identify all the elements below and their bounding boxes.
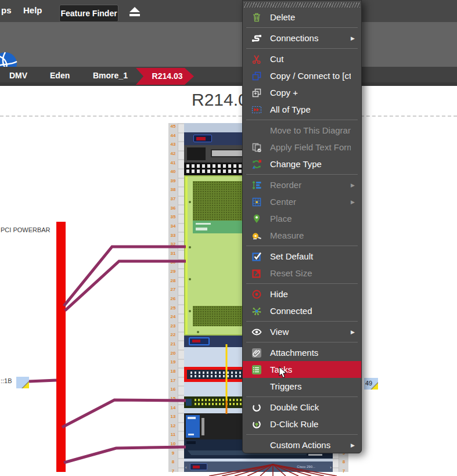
rack-unit-number: 39	[168, 178, 178, 183]
menu-item-label: Connections	[265, 33, 351, 43]
power-cable-line[interactable]	[65, 261, 186, 311]
rack-unit-number: 30	[168, 259, 178, 265]
menu-item-label: View	[265, 327, 351, 337]
top-menubar: ps Help Feature Finder	[0, 0, 457, 22]
trash-icon	[249, 12, 265, 23]
context-menu-item-set-default[interactable]: Set Default	[243, 248, 361, 265]
menubar-item-help[interactable]: Help	[23, 5, 42, 15]
context-menu-item-change-type[interactable]: Change Type	[243, 156, 361, 172]
context-menu-item-tasks[interactable]: Tasks	[243, 361, 361, 378]
field-format-icon	[249, 142, 265, 153]
rack-unit-number: 19	[168, 359, 178, 365]
rack-unit-number: 45	[168, 124, 178, 129]
power-cable-line[interactable]	[29, 380, 56, 381]
menu-scroll-hatch[interactable]	[244, 1, 360, 9]
menu-item-label: Cut	[265, 54, 351, 64]
menu-divider	[246, 283, 358, 284]
rack-unit-number: 44	[168, 133, 178, 138]
breadcrumb-bar: DMV Eden Bmore_1 R214.03	[0, 67, 457, 86]
submenu-arrow-icon: ▶	[351, 199, 357, 205]
rack-unit-number: 15	[168, 396, 178, 401]
menu-item-label: Set Default	[265, 251, 351, 261]
context-menu-item-all-of-type[interactable]: All of Type	[243, 101, 361, 118]
menu-item-label: Connected	[265, 306, 351, 316]
eye-icon	[249, 327, 265, 337]
context-menu-item-center: Center▶	[243, 193, 361, 210]
breadcrumb-item-eden[interactable]: Eden	[50, 71, 70, 80]
rack-unit-number: 9	[168, 450, 178, 456]
reorder-icon	[249, 180, 265, 190]
rack-ear-right: ›	[330, 465, 332, 470]
context-menu-item-cut[interactable]: Cut	[243, 51, 361, 67]
context-menu-item-double-click[interactable]: Double Click	[243, 399, 361, 416]
rack-unit-number: 7	[339, 468, 348, 474]
rack-unit-number: 35	[168, 214, 178, 219]
power-cable-line[interactable]	[62, 400, 186, 427]
feature-finder-button[interactable]: Feature Finder	[59, 5, 118, 22]
context-menu-item-copy[interactable]: Copy +	[243, 84, 361, 101]
power-cable-line[interactable]	[64, 447, 186, 463]
right-port-chip[interactable]: 49	[364, 378, 378, 390]
context-menu-item-reset-size: Reset Size	[243, 265, 361, 282]
context-menu-item-custom-actions[interactable]: Custom Actions▶	[243, 437, 361, 453]
copy-plus-icon	[249, 88, 265, 98]
double-click-icon	[249, 402, 265, 413]
context-menu-item-d-click-rule[interactable]: D-Click Rule	[243, 416, 361, 432]
context-menu-item-delete[interactable]: Delete	[243, 9, 361, 26]
change-type-icon	[249, 159, 265, 170]
mouse-cursor	[279, 366, 288, 381]
context-menu-item-hide[interactable]: Hide	[243, 286, 361, 302]
menu-item-label: D-Click Rule	[265, 419, 351, 429]
rack-unit-number: 28	[168, 278, 178, 283]
menubar-item-maps-partial[interactable]: ps	[1, 5, 12, 15]
context-menu-item-connections[interactable]: Connections▶	[243, 30, 361, 46]
menu-item-label: Attachments	[265, 348, 351, 358]
dclick-rule-icon	[249, 419, 265, 430]
scissors-icon	[249, 54, 265, 64]
context-menu-item-attachments[interactable]: Attachments	[243, 344, 361, 361]
context-menu-item-place: Place	[243, 210, 361, 227]
context-menu-item-connected[interactable]: Connected	[243, 302, 361, 319]
power-cable-line[interactable]	[64, 247, 186, 306]
eject-icon[interactable]	[128, 6, 141, 19]
set-default-icon	[249, 251, 265, 262]
rack-unit-number: 43	[168, 142, 178, 147]
menu-item-label: Copy / Connect to [ctrl-c]	[265, 71, 351, 81]
left-port-chip[interactable]	[16, 377, 29, 388]
rack-unit-number: 14	[168, 405, 178, 410]
rack-unit-number: 7	[168, 468, 178, 474]
context-menu-item-triggers[interactable]: Triggers	[243, 378, 361, 395]
menu-item-label: All of Type	[265, 104, 351, 114]
chip-fold-icon	[372, 383, 378, 390]
menu-item-label: Double Click	[265, 402, 351, 412]
rack-unit-number: 26	[168, 296, 178, 301]
menu-item-label: Copy +	[265, 88, 351, 98]
rack-unit-number: 38	[168, 187, 178, 192]
connected-icon	[249, 306, 265, 316]
paperclip-icon	[249, 348, 265, 358]
menu-divider	[246, 321, 358, 322]
context-menu-item-copy-connect-to-ctrl-c[interactable]: Copy / Connect to [ctrl-c]	[243, 67, 361, 84]
rack-unit-number: 12	[168, 423, 178, 428]
rack-unit-number: 37	[168, 196, 178, 201]
submenu-arrow-icon: ▶	[351, 35, 357, 41]
rack-unit-number: 27	[168, 287, 178, 292]
breadcrumb-item-active[interactable]: R214.03	[136, 68, 194, 85]
breadcrumb-item-dmv[interactable]: DMV	[9, 71, 27, 80]
context-menu-item-apply-field-text-format: Apply Field Text Format	[243, 139, 361, 156]
menu-item-label: Hide	[265, 289, 351, 299]
rack-rail-left: 4544434241403938373635343332313029282726…	[168, 123, 178, 472]
rack-unit-number: 13	[168, 414, 178, 419]
rack-unit-number: 8	[339, 459, 348, 464]
cisco-unit-8[interactable]: Cisco 290... ‹ ›	[184, 461, 333, 472]
rack-unit-number: 11	[168, 432, 178, 437]
pci-powerbar-shape[interactable]	[56, 222, 66, 472]
tasks-icon	[249, 365, 265, 375]
breadcrumb-item-bmore[interactable]: Bmore_1	[93, 71, 128, 80]
menu-divider	[246, 434, 358, 435]
context-menu-item-view[interactable]: View▶	[243, 323, 361, 340]
rack-unit-number: 34	[168, 223, 178, 229]
menu-item-label: Delete	[265, 12, 351, 22]
menu-item-label: Custom Actions	[265, 440, 351, 450]
rack-unit-number: 10	[168, 441, 178, 446]
